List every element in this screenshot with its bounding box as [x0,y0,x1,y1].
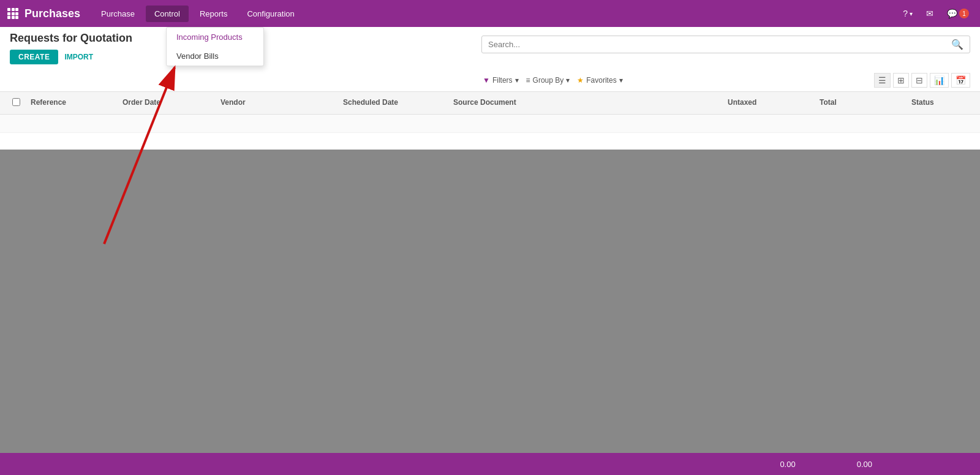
group-by-button[interactable]: ≡ Group By ▾ [526,76,570,85]
mail-icon[interactable]: ✉ [922,6,937,21]
chat-icon[interactable]: 💬 1 [943,6,973,21]
col-untaxed: Untaxed [725,97,817,109]
svg-rect-5 [15,12,18,15]
calendar-view-button[interactable]: 📅 [951,73,970,88]
favorites-label: Favorites [586,76,616,85]
filter-icon: ▼ [483,76,490,85]
navbar-menu: Purchase Control Reports Configuration [92,6,899,22]
svg-rect-3 [7,12,10,15]
svg-rect-6 [7,16,10,19]
svg-rect-1 [12,8,15,11]
svg-rect-7 [12,16,15,19]
graph-view-button[interactable]: 📊 [930,73,949,88]
control-dropdown: Incoming Products Vendor Bills [166,27,264,66]
favorites-star-icon: ★ [577,76,584,85]
table-row [0,133,980,151]
filters-label: Filters [492,76,513,85]
groupby-icon: ≡ [526,76,530,85]
kanban-view-button[interactable]: ⊞ [893,73,909,88]
col-checkbox[interactable] [10,97,28,109]
nav-purchase[interactable]: Purchase [92,6,143,22]
groupby-chevron: ▾ [566,76,570,85]
dropdown-vendor-bills[interactable]: Vendor Bills [167,47,263,66]
search-icon[interactable]: 🔍 [951,39,963,50]
col-status: Status [909,97,970,109]
col-reference: Reference [28,97,120,109]
col-source-document: Source Document [451,97,725,109]
col-total: Total [817,97,909,109]
main-content: Requests for Quotation CREATE IMPORT 🔍 ▼… [0,27,980,475]
svg-rect-8 [15,16,18,19]
help-icon: ? [903,9,908,18]
gray-overlay [0,150,980,453]
navbar: Purchases Purchase Control Reports Confi… [0,0,980,27]
svg-rect-4 [12,12,15,15]
dropdown-incoming-products[interactable]: Incoming Products [167,28,263,47]
footer-total: 0.00 [857,460,872,469]
search-input[interactable] [488,40,951,49]
grid-view-button[interactable]: ⊟ [911,73,927,88]
create-button[interactable]: CREATE [10,50,58,64]
svg-rect-2 [15,8,18,11]
svg-rect-0 [7,8,10,11]
select-all-checkbox[interactable] [12,98,20,106]
nav-reports[interactable]: Reports [191,6,236,22]
groupby-label: Group By [533,76,564,85]
table-header: Reference Order Date Vendor Scheduled Da… [0,92,980,115]
col-order-date: Order Date [120,97,218,109]
col-vendor: Vendor [218,97,341,109]
footer-untaxed: 0.00 [780,460,795,469]
chat-badge: 1 [959,9,969,18]
footer-values: 0.00 0.00 [780,460,872,469]
help-menu[interactable]: ? ▾ [899,6,916,21]
import-button[interactable]: IMPORT [64,53,93,61]
nav-configuration[interactable]: Configuration [238,6,303,22]
nav-control[interactable]: Control [146,6,189,22]
favorites-chevron: ▾ [619,76,623,85]
filters-chevron: ▾ [515,76,519,85]
navbar-right: ? ▾ ✉ 💬 1 [899,6,973,21]
app-brand: Purchases [24,7,80,20]
favorites-button[interactable]: ★ Favorites ▾ [577,76,622,85]
help-chevron: ▾ [910,10,913,17]
table-row [0,115,980,133]
filters-button[interactable]: ▼ Filters ▾ [483,76,519,85]
list-view-button[interactable]: ☰ [874,73,891,88]
filter-bar: ▼ Filters ▾ ≡ Group By ▾ ★ Favorites ▾ ☰… [0,69,980,92]
footer-bar: 0.00 0.00 [0,453,980,475]
col-scheduled-date: Scheduled Date [341,97,451,109]
view-options: ☰ ⊞ ⊟ 📊 📅 [874,73,970,88]
apps-icon[interactable] [7,8,18,19]
